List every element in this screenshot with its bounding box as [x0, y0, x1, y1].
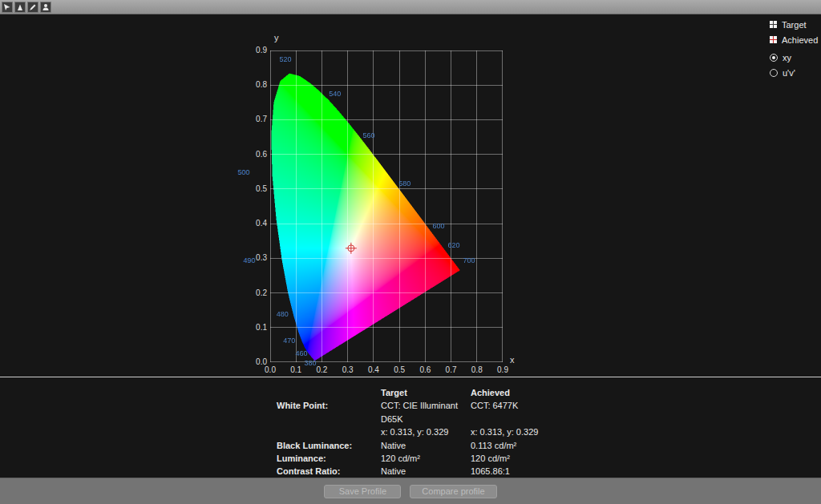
- radio-uv-icon[interactable]: [770, 69, 778, 77]
- legend-achieved-label: Achieved: [782, 35, 818, 45]
- y-axis-tick: 0.2: [245, 288, 267, 297]
- wavelength-label: 540: [329, 90, 341, 98]
- achieved-marker-icon: [770, 36, 777, 43]
- wavelength-label: 520: [279, 55, 291, 63]
- legend-target-row: Target: [770, 17, 818, 32]
- table-achieved-cell: x: 0.313, y: 0.329: [471, 425, 607, 438]
- x-axis-tick: 0.9: [497, 365, 508, 374]
- chart-legend: Target Achieved xy u'v': [770, 17, 818, 80]
- x-axis-tick: 0.2: [316, 365, 327, 374]
- wavelength-label: 490: [243, 256, 255, 264]
- table-header-target: Target: [381, 386, 471, 399]
- toolbar: [0, 0, 821, 14]
- wavelength-label: 460: [295, 349, 307, 357]
- wavelength-label: 480: [277, 310, 289, 318]
- table-target-cell: Native: [381, 439, 471, 452]
- y-axis-tick: 0.5: [245, 184, 267, 193]
- wavelength-label: 380: [304, 359, 316, 367]
- radio-uv-label: u'v': [783, 68, 795, 78]
- pen-icon: [16, 3, 24, 11]
- wavelength-label: 470: [283, 337, 295, 345]
- x-axis-tick: 0.3: [342, 365, 354, 374]
- y-axis-tick: 0.8: [245, 80, 267, 89]
- y-axis-tick: 0.0: [245, 357, 267, 366]
- table-row-label: [277, 425, 381, 438]
- x-axis-tick: 0.0: [265, 365, 276, 374]
- y-axis-tick: 0.9: [245, 46, 267, 54]
- x-axis-tick: 0.1: [290, 365, 301, 374]
- legend-achieved-row: Achieved: [770, 32, 818, 47]
- separator-line: [0, 377, 821, 377]
- wavelength-label: 700: [463, 256, 475, 264]
- x-axis-tick: 0.4: [368, 365, 379, 374]
- table-achieved-cell: 0.113 cd/m²: [471, 439, 607, 452]
- wavelength-label: 500: [238, 168, 250, 176]
- radio-uv-row[interactable]: u'v': [770, 65, 818, 80]
- x-axis-tick: 0.7: [446, 365, 457, 374]
- radio-xy-label: xy: [783, 53, 791, 62]
- table-achieved-cell: 1065.86:1: [471, 465, 607, 478]
- app-window: y x 0.00.00.10.10.20.20.30.30.40.40.50.5…: [0, 0, 821, 504]
- y-axis-tick: 0.7: [245, 115, 267, 123]
- user-icon: [42, 3, 50, 11]
- radio-xy-icon[interactable]: [770, 54, 778, 62]
- table-row-label: Luminance:: [277, 452, 381, 465]
- table-target-cell: x: 0.313, y: 0.329: [381, 425, 471, 438]
- table-achieved-cell: 120 cd/m²: [471, 452, 607, 465]
- pointer-icon: [3, 3, 11, 11]
- bottom-bar: Save Profile Compare profile: [0, 478, 821, 504]
- measurement-table: TargetAchievedWhite Point:CCT: CIE Illum…: [277, 386, 607, 478]
- pen-tool-button[interactable]: [14, 2, 26, 13]
- x-axis-tick: 0.6: [419, 365, 431, 374]
- table-header-achieved: Achieved: [471, 386, 607, 399]
- wavelength-label: 560: [363, 131, 375, 139]
- target-marker-icon: [770, 21, 777, 28]
- table-target-cell: 120 cd/m²: [381, 452, 471, 465]
- cie-diagram-canvas: [270, 50, 503, 362]
- table-target-cell: Native: [381, 465, 471, 478]
- table-row-label: White Point:: [277, 399, 381, 425]
- wavelength-label: 620: [448, 241, 460, 249]
- wavelength-label: 580: [398, 179, 410, 187]
- y-axis-tick: 0.4: [245, 219, 267, 228]
- profile-tool-button[interactable]: [40, 2, 51, 13]
- y-axis-tick: 0.6: [245, 150, 267, 159]
- radio-xy-row[interactable]: xy: [770, 50, 818, 65]
- table-achieved-cell: CCT: 6477K: [471, 399, 607, 425]
- save-profile-button[interactable]: Save Profile: [324, 485, 401, 498]
- compare-profile-button[interactable]: Compare profile: [410, 485, 496, 498]
- table-corner-cell: [277, 386, 381, 399]
- x-axis-tick: 0.8: [471, 365, 483, 374]
- y-axis-tick: 0.1: [245, 323, 267, 332]
- table-row-label: Contrast Ratio:: [277, 465, 381, 478]
- table-target-cell: CCT: CIE Illuminant D65K: [381, 399, 471, 425]
- x-axis-title: x: [510, 355, 515, 365]
- chart-area: y x 0.00.00.10.10.20.20.30.30.40.40.50.5…: [0, 14, 821, 377]
- table-row-label: Black Luminance:: [277, 439, 381, 452]
- y-axis-title: y: [274, 33, 279, 42]
- pencil-tool-button[interactable]: [27, 2, 38, 13]
- x-axis-tick: 0.5: [394, 365, 405, 374]
- wavelength-label: 600: [433, 222, 445, 230]
- pencil-icon: [29, 3, 37, 11]
- legend-target-label: Target: [782, 20, 807, 30]
- pointer-tool-button[interactable]: [2, 2, 13, 13]
